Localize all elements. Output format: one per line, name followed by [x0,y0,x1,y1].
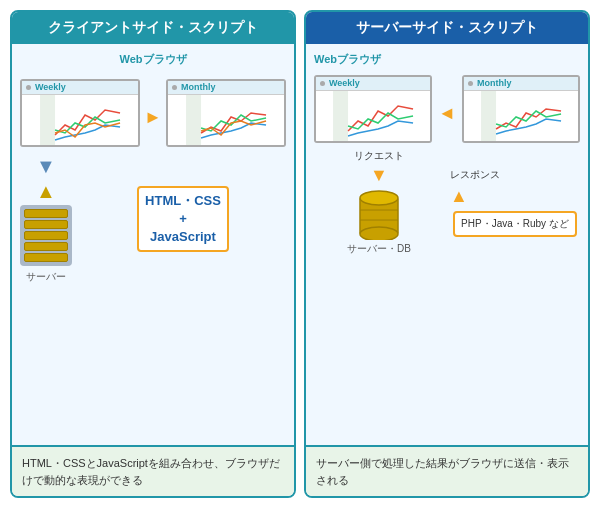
arrow-down-left: ▼ [36,155,56,178]
server-disk-5 [24,253,68,262]
db-icon [358,188,400,240]
chart-weekly-left [22,95,138,145]
right-panel-header: サーバーサイド・スクリプト [306,12,588,44]
html-css-box: HTML・CSS + JavaScript [137,186,229,253]
right-panel-body: Webブラウザ Weekly [306,44,588,445]
server-disk-3 [24,231,68,240]
right-panel-title: サーバーサイド・スクリプト [356,19,538,35]
svg-point-5 [360,191,398,205]
browser-content-monthly-left [168,95,284,145]
server-db-label: サーバー・DB [347,242,411,256]
svg-rect-2 [333,91,348,141]
server-label-left: サーバー [26,270,66,284]
arrow-up-response: ▲ [450,186,468,207]
left-panel-body: Webブラウザ Weekly [12,44,294,445]
server-icon-left [20,205,72,266]
chart-weekly-right [316,91,430,141]
html-css-line1: HTML・CSS [145,193,221,208]
weekly-label-left: Weekly [35,82,66,92]
browser-bar-monthly-left: Monthly [168,81,284,95]
browser-bar-monthly-right: Monthly [464,77,578,91]
server-disk-4 [24,242,68,251]
browser-dot-monthly [172,85,177,90]
right-footer-text: サーバー側で処理した結果がブラウザに送信・表示される [316,457,569,486]
web-browser-label-left: Webブラウザ [20,52,286,67]
weekly-browser-right: Weekly [314,75,432,143]
chart-monthly-right [464,91,578,141]
browser-content-monthly-right [464,91,578,141]
monthly-browser-right: Monthly [462,75,580,143]
request-label: リクエスト [354,149,404,163]
svg-rect-1 [186,95,201,145]
arrow-down-request: ▼ [370,165,388,186]
arrows-vertical-left: ▼ ▲ [36,155,56,203]
browser-bar-weekly-left: Weekly [22,81,138,95]
html-css-js: JavaScript [150,229,216,244]
weekly-browser-left: Weekly [20,79,140,147]
php-label: PHP・Java・Ruby など [461,218,569,229]
arrow-up-left: ▲ [36,180,56,203]
monthly-browser-left: Monthly [166,79,286,147]
left-footer-text: HTML・CSSとJavaScriptを組み合わせ、ブラウザだけで動的な表現がで… [22,457,280,486]
right-panel: サーバーサイド・スクリプト Webブラウザ Weekly [304,10,590,498]
main-container: クライアントサイド・スクリプト Webブラウザ Weekly [0,0,600,508]
weekly-label-right: Weekly [329,78,360,88]
response-php-col: レスポンス ▲ PHP・Java・Ruby など [450,168,580,237]
monthly-label-right: Monthly [477,78,512,88]
weekly-browser-right-col: Weekly [314,75,432,143]
browser-dot-mr [468,81,473,86]
left-browsers-row: Weekly ► [20,79,286,147]
chart-monthly-left [168,95,284,145]
monthly-browser-right-col: Monthly [462,75,580,143]
browser-dot [26,85,31,90]
left-server-col: ▼ ▲ サーバー [20,155,72,284]
web-browser-label-right: Webブラウザ [314,52,580,67]
right-top-browsers: Weekly ◄ [314,75,580,143]
right-panel-footer: サーバー側で処理した結果がブラウザに送信・表示される [306,445,588,496]
response-label: レスポンス [450,168,500,182]
browser-bar-weekly-right: Weekly [316,77,430,91]
request-server-col: リクエスト ▼ [314,149,444,256]
browser-content-weekly-right [316,91,430,141]
server-disk-1 [24,209,68,218]
monthly-label-left: Monthly [181,82,216,92]
server-disk-2 [24,220,68,229]
browser-content-weekly-left [22,95,138,145]
db-col: サーバー・DB [347,188,411,256]
arrow-left-right-panel: ◄ [438,103,456,124]
server-area-left: ▼ ▲ サーバー HTML・CSS + [20,155,286,284]
left-panel-title: クライアントサイド・スクリプト [48,19,258,35]
left-panel-footer: HTML・CSSとJavaScriptを組み合わせ、ブラウザだけで動的な表現がで… [12,445,294,496]
php-box: PHP・Java・Ruby など [453,211,577,237]
html-css-plus: + [179,211,187,226]
svg-point-6 [360,227,398,240]
left-panel: クライアントサイド・スクリプト Webブラウザ Weekly [10,10,296,498]
html-css-container: HTML・CSS + JavaScript [80,186,286,253]
left-panel-header: クライアントサイド・スクリプト [12,12,294,44]
arrow-right-browsers: ► [144,107,162,128]
right-middle-row: リクエスト ▼ [314,149,580,256]
svg-rect-3 [481,91,496,141]
svg-rect-0 [40,95,55,145]
browser-dot-wr [320,81,325,86]
